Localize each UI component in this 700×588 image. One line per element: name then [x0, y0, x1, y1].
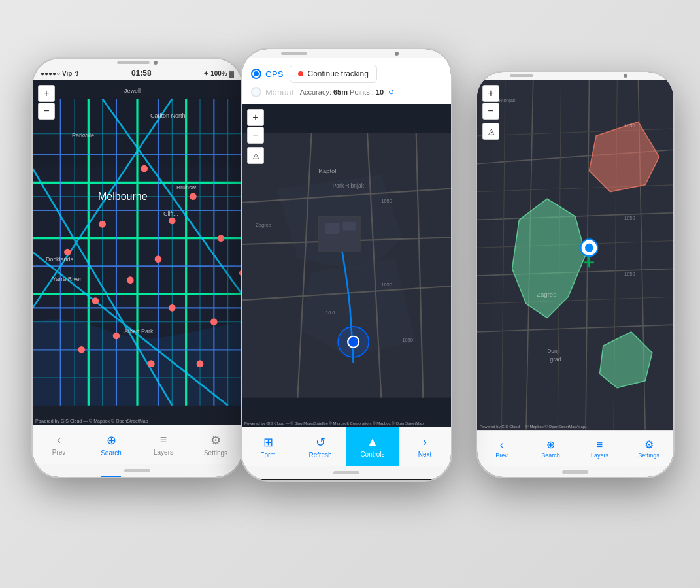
bottom-nav-right: ‹ Prev ⊕ Search ≡ Layers ⚙ Settings: [477, 430, 673, 466]
home-indicator-left: [33, 464, 242, 477]
svg-text:grad: grad: [550, 356, 561, 363]
svg-point-33: [155, 255, 162, 263]
svg-text:Donji: Donji: [547, 348, 560, 354]
gps-option: GPS: [251, 69, 283, 79]
manual-option: Manual: [251, 87, 293, 97]
layers-icon-right: ≡: [597, 439, 603, 451]
svg-rect-53: [325, 223, 339, 234]
refresh-label: Refresh: [308, 451, 331, 459]
svg-text:1050: 1050: [402, 337, 413, 343]
svg-point-42: [99, 221, 106, 228]
zoom-minus-left[interactable]: −: [38, 103, 55, 120]
svg-text:1050: 1050: [624, 271, 635, 277]
manual-label: Manual: [265, 88, 293, 97]
speaker-left: [117, 61, 150, 64]
camera-center: [395, 52, 399, 56]
home-bar-center: [333, 471, 359, 474]
svg-text:Zagreb: Zagreb: [537, 291, 557, 298]
settings-label-left: Settings: [204, 449, 227, 457]
search-icon-left: ⊕: [107, 433, 116, 448]
map-svg-center: Kaptol Zagreb 1050 1050 10 0 1050 Park R…: [242, 104, 451, 427]
prev-icon-right: ‹: [500, 439, 503, 451]
camera-right: [624, 74, 627, 78]
toolbar-controls[interactable]: ▲ Controls: [346, 427, 399, 466]
nav-layers-left[interactable]: ≡ Layers: [137, 425, 190, 464]
nav-prev-left[interactable]: ‹ Prev: [33, 425, 85, 464]
continue-tracking-button[interactable]: Continue tracking: [290, 65, 376, 83]
nav-layers-right[interactable]: ≡ Layers: [575, 431, 624, 466]
svg-point-56: [348, 336, 359, 348]
svg-point-83: [585, 244, 593, 252]
toolbar-next[interactable]: › Next: [399, 427, 451, 466]
svg-point-32: [218, 235, 225, 242]
active-indicator-left: [101, 476, 121, 477]
nav-prev-right[interactable]: ‹ Prev: [477, 431, 526, 466]
zoom-controls-center: + − ◬: [247, 109, 264, 164]
status-bar-left: ●●●●○ Vip ⇧ 01:58 ✦ 100% ▓: [33, 67, 242, 80]
zoom-minus-center[interactable]: −: [247, 127, 264, 144]
map-left: Jewell Carlton North Parkville Clift... …: [33, 80, 242, 425]
layers-icon-left: ≡: [160, 433, 167, 447]
svg-point-36: [169, 304, 176, 312]
svg-point-34: [127, 276, 134, 284]
layers-label-right: Layers: [591, 452, 608, 459]
gps-row-top: GPS Continue tracking: [251, 65, 442, 83]
phone-left-top: [33, 59, 242, 67]
speaker-right: [510, 74, 533, 77]
search-label-left: Search: [101, 449, 122, 457]
continue-tracking-label: Continue tracking: [307, 69, 368, 78]
nav-search-right[interactable]: ⊕ Search: [526, 431, 575, 466]
svg-point-31: [169, 218, 176, 225]
map-right: Park Ribnjak Zagreb Donji grad 1050 1050…: [477, 80, 673, 430]
zoom-minus-right[interactable]: −: [482, 103, 499, 120]
svg-text:Park Ribnjak: Park Ribnjak: [333, 182, 365, 189]
svg-point-37: [210, 318, 218, 325]
svg-text:Kaptol: Kaptol: [318, 167, 336, 174]
settings-label-right: Settings: [638, 452, 659, 459]
svg-text:1050: 1050: [624, 123, 635, 129]
camera-left: [154, 61, 158, 65]
svg-point-39: [78, 346, 85, 353]
form-label: Form: [260, 451, 275, 459]
refresh-icon-small[interactable]: ↺: [388, 88, 394, 96]
svg-point-35: [92, 297, 99, 304]
signal-left: ●●●●○ Vip: [41, 70, 72, 77]
speaker-center: [281, 52, 307, 55]
phone-center-top: [242, 49, 451, 58]
svg-text:10 0: 10 0: [325, 310, 335, 316]
zoom-controls-left: + −: [38, 85, 55, 120]
compass-right[interactable]: ◬: [482, 123, 499, 140]
form-icon: ⊞: [263, 435, 273, 449]
gps-radio[interactable]: [251, 69, 261, 79]
points-value: 10: [376, 88, 384, 96]
wifi-left: ⇧: [74, 70, 79, 77]
map-svg-right: Park Ribnjak Zagreb Donji grad 1050 1050…: [477, 80, 673, 430]
accuracy-value: 65m: [333, 88, 348, 96]
powered-by-left: Powered by GIS Cloud — © Mapbox © OpenSt…: [35, 419, 148, 423]
settings-icon-left: ⚙: [210, 433, 221, 448]
toolbar-form[interactable]: ⊞ Form: [242, 427, 294, 466]
manual-radio[interactable]: [251, 87, 261, 97]
toolbar-center: ⊞ Form ↺ Refresh ▲ Controls › Next: [242, 427, 451, 466]
nav-settings-right[interactable]: ⚙ Settings: [624, 431, 673, 466]
points-label: Points :: [350, 88, 374, 96]
zoom-plus-center[interactable]: +: [247, 109, 264, 126]
controls-icon: ▲: [367, 435, 378, 449]
powered-by-right: Powered by GIS Cloud — © Mapbox © OpenSt…: [480, 425, 588, 429]
nav-search-left[interactable]: ⊕ Search: [85, 425, 137, 464]
layers-label-left: Layers: [154, 449, 173, 456]
zoom-plus-left[interactable]: +: [38, 85, 55, 102]
bt-left: ✦: [203, 70, 208, 77]
next-label: Next: [418, 451, 432, 458]
svg-point-38: [113, 333, 120, 340]
nav-settings-left[interactable]: ⚙ Settings: [190, 425, 242, 464]
svg-point-41: [197, 360, 204, 367]
map-svg-left: [33, 80, 242, 425]
zoom-plus-right[interactable]: +: [482, 85, 499, 102]
svg-rect-54: [343, 222, 356, 231]
toolbar-refresh[interactable]: ↺ Refresh: [294, 427, 346, 466]
svg-text:1050: 1050: [381, 198, 392, 204]
bottom-nav-left: ‹ Prev ⊕ Search ≡ Layers ⚙ Settings: [33, 425, 242, 464]
phone-right: Park Ribnjak Zagreb Donji grad 1050 1050…: [477, 72, 673, 477]
compass-center[interactable]: ◬: [247, 147, 264, 164]
